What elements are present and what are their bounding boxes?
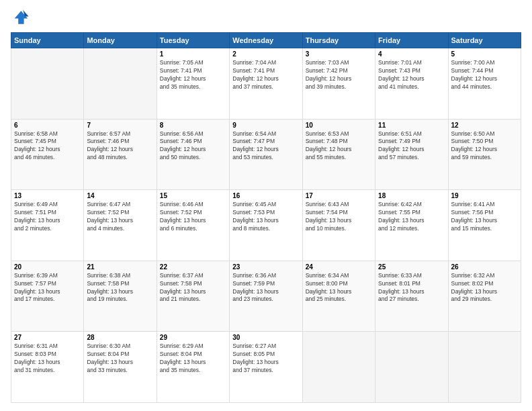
calendar-cell: 29Sunrise: 6:29 AM Sunset: 8:04 PM Dayli… — [157, 332, 229, 403]
day-number: 6 — [14, 122, 81, 129]
day-number: 17 — [306, 192, 372, 199]
day-number: 24 — [306, 263, 372, 271]
calendar-cell: 20Sunrise: 6:39 AM Sunset: 7:57 PM Dayli… — [11, 261, 84, 332]
day-detail: Sunrise: 7:03 AM Sunset: 7:42 PM Dayligh… — [306, 59, 372, 91]
day-detail: Sunrise: 6:36 AM Sunset: 7:59 PM Dayligh… — [232, 272, 299, 304]
logo — [11, 8, 32, 27]
calendar-cell: 8Sunrise: 6:56 AM Sunset: 7:46 PM Daylig… — [157, 119, 229, 190]
day-number: 28 — [87, 334, 153, 341]
calendar-cell — [448, 332, 521, 403]
day-detail: Sunrise: 6:37 AM Sunset: 7:58 PM Dayligh… — [160, 272, 226, 304]
day-detail: Sunrise: 6:41 AM Sunset: 7:56 PM Dayligh… — [451, 201, 518, 233]
day-detail: Sunrise: 6:51 AM Sunset: 7:49 PM Dayligh… — [378, 130, 445, 163]
calendar-cell: 5Sunrise: 7:00 AM Sunset: 7:44 PM Daylig… — [448, 48, 521, 120]
day-detail: Sunrise: 6:57 AM Sunset: 7:46 PM Dayligh… — [87, 130, 153, 163]
day-detail: Sunrise: 6:32 AM Sunset: 8:02 PM Dayligh… — [451, 272, 518, 304]
svg-marker-0 — [15, 11, 28, 24]
calendar-table: SundayMondayTuesdayWednesdayThursdayFrid… — [11, 32, 521, 403]
calendar-cell: 4Sunrise: 7:01 AM Sunset: 7:43 PM Daylig… — [375, 48, 448, 120]
day-number: 3 — [306, 50, 372, 58]
day-number: 22 — [160, 263, 226, 271]
calendar-cell: 7Sunrise: 6:57 AM Sunset: 7:46 PM Daylig… — [84, 119, 157, 190]
day-detail: Sunrise: 6:43 AM Sunset: 7:54 PM Dayligh… — [306, 201, 372, 233]
header — [11, 8, 521, 27]
day-number: 27 — [14, 334, 81, 341]
calendar-cell: 6Sunrise: 6:58 AM Sunset: 7:45 PM Daylig… — [11, 119, 84, 190]
calendar-cell: 11Sunrise: 6:51 AM Sunset: 7:49 PM Dayli… — [375, 119, 448, 190]
day-detail: Sunrise: 6:58 AM Sunset: 7:45 PM Dayligh… — [14, 130, 81, 163]
day-number: 19 — [451, 192, 518, 199]
calendar-weekday-friday: Friday — [375, 33, 448, 48]
day-number: 8 — [160, 122, 226, 129]
calendar-weekday-sunday: Sunday — [11, 33, 84, 48]
day-detail: Sunrise: 6:42 AM Sunset: 7:55 PM Dayligh… — [378, 201, 445, 233]
calendar-cell — [84, 48, 157, 120]
day-number: 26 — [451, 263, 518, 271]
day-number: 2 — [232, 50, 299, 58]
calendar-header-row: SundayMondayTuesdayWednesdayThursdayFrid… — [11, 33, 521, 48]
calendar-cell: 25Sunrise: 6:33 AM Sunset: 8:01 PM Dayli… — [375, 261, 448, 332]
calendar-cell: 17Sunrise: 6:43 AM Sunset: 7:54 PM Dayli… — [302, 190, 375, 261]
day-detail: Sunrise: 6:33 AM Sunset: 8:01 PM Dayligh… — [378, 272, 445, 304]
day-number: 25 — [378, 263, 445, 271]
logo-icon — [11, 8, 30, 27]
day-detail: Sunrise: 6:45 AM Sunset: 7:53 PM Dayligh… — [232, 201, 299, 233]
day-detail: Sunrise: 6:56 AM Sunset: 7:46 PM Dayligh… — [160, 130, 226, 163]
calendar-weekday-saturday: Saturday — [448, 33, 521, 48]
calendar-cell: 15Sunrise: 6:46 AM Sunset: 7:52 PM Dayli… — [157, 190, 229, 261]
day-number: 4 — [378, 50, 445, 58]
calendar-cell: 16Sunrise: 6:45 AM Sunset: 7:53 PM Dayli… — [230, 190, 302, 261]
calendar-cell: 14Sunrise: 6:47 AM Sunset: 7:52 PM Dayli… — [84, 190, 157, 261]
calendar-weekday-wednesday: Wednesday — [230, 33, 302, 48]
calendar-weekday-monday: Monday — [84, 33, 157, 48]
day-number: 13 — [14, 192, 81, 199]
calendar-cell: 3Sunrise: 7:03 AM Sunset: 7:42 PM Daylig… — [302, 48, 375, 120]
day-detail: Sunrise: 6:49 AM Sunset: 7:51 PM Dayligh… — [14, 201, 81, 233]
calendar-cell: 13Sunrise: 6:49 AM Sunset: 7:51 PM Dayli… — [11, 190, 84, 261]
day-number: 7 — [87, 122, 153, 129]
calendar-cell: 26Sunrise: 6:32 AM Sunset: 8:02 PM Dayli… — [448, 261, 521, 332]
day-detail: Sunrise: 6:29 AM Sunset: 8:04 PM Dayligh… — [160, 342, 226, 375]
day-number: 16 — [232, 192, 299, 199]
calendar-cell: 18Sunrise: 6:42 AM Sunset: 7:55 PM Dayli… — [375, 190, 448, 261]
calendar-cell: 9Sunrise: 6:54 AM Sunset: 7:47 PM Daylig… — [230, 119, 302, 190]
calendar-cell: 22Sunrise: 6:37 AM Sunset: 7:58 PM Dayli… — [157, 261, 229, 332]
day-number: 11 — [378, 122, 445, 129]
calendar-cell: 28Sunrise: 6:30 AM Sunset: 8:04 PM Dayli… — [84, 332, 157, 403]
day-detail: Sunrise: 7:00 AM Sunset: 7:44 PM Dayligh… — [451, 59, 518, 91]
calendar-cell: 2Sunrise: 7:04 AM Sunset: 7:41 PM Daylig… — [230, 48, 302, 120]
day-detail: Sunrise: 6:31 AM Sunset: 8:03 PM Dayligh… — [14, 342, 81, 375]
calendar-cell — [375, 332, 448, 403]
calendar-weekday-tuesday: Tuesday — [157, 33, 229, 48]
calendar-cell: 30Sunrise: 6:27 AM Sunset: 8:05 PM Dayli… — [230, 332, 302, 403]
calendar-cell: 24Sunrise: 6:34 AM Sunset: 8:00 PM Dayli… — [302, 261, 375, 332]
day-detail: Sunrise: 7:04 AM Sunset: 7:41 PM Dayligh… — [232, 59, 299, 91]
day-number: 9 — [232, 122, 299, 129]
day-number: 20 — [14, 263, 81, 271]
calendar-week-row-4: 27Sunrise: 6:31 AM Sunset: 8:03 PM Dayli… — [11, 332, 521, 403]
day-number: 14 — [87, 192, 153, 199]
page: SundayMondayTuesdayWednesdayThursdayFrid… — [0, 0, 532, 411]
day-number: 10 — [306, 122, 372, 129]
calendar-week-row-1: 6Sunrise: 6:58 AM Sunset: 7:45 PM Daylig… — [11, 119, 521, 190]
calendar-week-row-3: 20Sunrise: 6:39 AM Sunset: 7:57 PM Dayli… — [11, 261, 521, 332]
calendar-cell — [302, 332, 375, 403]
calendar-cell: 21Sunrise: 6:38 AM Sunset: 7:58 PM Dayli… — [84, 261, 157, 332]
day-number: 21 — [87, 263, 153, 271]
day-number: 23 — [232, 263, 299, 271]
calendar-cell: 27Sunrise: 6:31 AM Sunset: 8:03 PM Dayli… — [11, 332, 84, 403]
calendar-week-row-2: 13Sunrise: 6:49 AM Sunset: 7:51 PM Dayli… — [11, 190, 521, 261]
calendar-cell: 12Sunrise: 6:50 AM Sunset: 7:50 PM Dayli… — [448, 119, 521, 190]
day-number: 5 — [451, 50, 518, 58]
day-detail: Sunrise: 7:01 AM Sunset: 7:43 PM Dayligh… — [378, 59, 445, 91]
day-detail: Sunrise: 6:46 AM Sunset: 7:52 PM Dayligh… — [160, 201, 226, 233]
day-number: 29 — [160, 334, 226, 341]
day-detail: Sunrise: 6:53 AM Sunset: 7:48 PM Dayligh… — [306, 130, 372, 163]
day-detail: Sunrise: 6:34 AM Sunset: 8:00 PM Dayligh… — [306, 272, 372, 304]
day-detail: Sunrise: 6:50 AM Sunset: 7:50 PM Dayligh… — [451, 130, 518, 163]
day-detail: Sunrise: 6:47 AM Sunset: 7:52 PM Dayligh… — [87, 201, 153, 233]
day-detail: Sunrise: 6:54 AM Sunset: 7:47 PM Dayligh… — [232, 130, 299, 163]
day-number: 18 — [378, 192, 445, 199]
calendar-weekday-thursday: Thursday — [302, 33, 375, 48]
calendar-cell: 19Sunrise: 6:41 AM Sunset: 7:56 PM Dayli… — [448, 190, 521, 261]
